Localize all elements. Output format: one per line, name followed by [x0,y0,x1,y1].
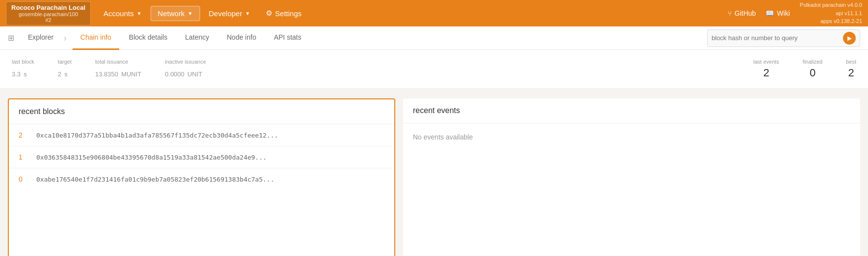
tab-api-stats[interactable]: API stats [266,26,309,50]
best-stat: best 2 [846,59,856,79]
tab-node-info[interactable]: Node info [219,26,264,50]
search-input[interactable] [712,34,839,42]
blocks-list: 2 0xca10e8170d377a51bba4b1ad3afa785567f1… [9,124,394,190]
tab-explorer[interactable]: Explorer [20,26,61,50]
block-number[interactable]: 2 [19,131,28,139]
book-icon: 📖 [766,9,774,17]
tab-block-details[interactable]: Block details [121,26,176,50]
node-info-label: Node info [227,33,256,41]
version-line3: apps v0.138.2-21 [800,17,862,25]
grid-icon[interactable]: ⊞ [8,33,14,43]
total-issuance-number: 13.8350 [95,70,118,78]
accounts-button[interactable]: Accounts ▼ [97,6,149,21]
node-sub: gosemble-parachain/100 [19,11,78,17]
table-row[interactable]: 2 0xca10e8170d377a51bba4b1ad3afa785567f1… [9,124,394,146]
chevron-down-icon: ▼ [188,11,193,16]
version-info: Polkadot parachain v4.0.0 api v11.1.1 ap… [800,1,862,25]
last-block-stat: last block 3.3 s [12,59,34,79]
chevron-down-icon: ▼ [137,11,142,16]
block-hash: 0xabe176540e1f7d231416fa01c9b9eb7a05823e… [36,176,274,183]
inactive-issuance-number: 0.0000 [165,70,184,78]
table-row[interactable]: 1 0x03635848315e906804be43395670d8a1519a… [9,146,394,168]
target-value: 2 s [58,67,68,79]
inactive-issuance-value: 0.0000 UNIT [165,67,202,79]
chevron-down-icon: ▼ [245,11,250,16]
top-nav: Rococo Parachain Local gosemble-parachai… [0,0,868,26]
version-line2: api v11.1.1 [800,9,862,18]
network-label: Network [158,9,185,18]
total-issuance-value: 13.8350 MUNIT [95,67,141,79]
target-unit: s [64,70,68,78]
accounts-label: Accounts [103,9,134,18]
finalized-value: 0 [810,67,816,79]
recent-events-title: recent events [403,98,860,123]
inactive-issuance-stat: inactive issuance 0.0000 UNIT [165,59,206,79]
best-label: best [846,59,856,65]
stats-bar: last block 3.3 s target 2 s total issuan… [0,50,868,89]
last-block-number: 3.3 [12,70,21,78]
network-button[interactable]: Network ▼ [151,6,200,21]
table-row[interactable]: 0 0xabe176540e1f7d231416fa01c9b9eb7a0582… [9,168,394,190]
github-icon: ⑂ [728,9,732,17]
nav-divider: › [63,32,67,44]
target-stat: target 2 s [58,59,72,79]
settings-button[interactable]: ⚙ Settings [259,6,308,21]
block-hash: 0xca10e8170d377a51bba4b1ad3afa785567f135… [36,132,278,139]
finalized-stat: finalized 0 [803,59,822,79]
developer-label: Developer [209,9,242,18]
sub-nav: ⊞ Explorer › Chain info Block details La… [0,26,868,50]
github-label: GitHub [735,9,756,17]
finalized-label: finalized [803,59,822,65]
version-line1: Polkadot parachain v4.0.0 [800,1,862,9]
search-box: ▶ [707,29,860,47]
total-issuance-stat: total issuance 13.8350 MUNIT [95,59,141,79]
last-events-value: 2 [763,67,769,79]
tab-chain-info[interactable]: Chain info [73,26,119,50]
recent-blocks-title: recent blocks [9,99,394,124]
node-selector[interactable]: Rococo Parachain Local gosemble-parachai… [6,1,91,25]
stats-right: last events 2 finalized 0 best 2 [753,59,856,79]
github-link[interactable]: ⑂ GitHub [728,9,756,17]
wiki-label: Wiki [777,9,790,17]
node-id: #2 [45,17,51,23]
block-details-label: Block details [129,33,168,41]
nav-right: ⑂ GitHub 📖 Wiki Polkadot parachain v4.0.… [728,1,862,25]
api-stats-label: API stats [274,33,301,41]
settings-label: Settings [275,9,302,18]
main-content: recent blocks 2 0xca10e8170d377a51bba4b1… [0,89,868,256]
target-label: target [58,59,72,65]
inactive-issuance-unit: UNIT [187,70,202,78]
best-value: 2 [848,67,854,79]
total-issuance-label: total issuance [95,59,128,65]
block-hash: 0x03635848315e906804be43395670d8a1519a33… [36,154,267,161]
last-block-value: 3.3 s [12,67,27,79]
search-button[interactable]: ▶ [843,32,856,45]
tab-latency[interactable]: Latency [177,26,217,50]
total-issuance-unit: MUNIT [121,70,141,78]
last-block-label: last block [12,59,34,65]
chain-info-label: Chain info [80,33,111,41]
explorer-label: Explorer [28,33,53,41]
latency-label: Latency [185,33,209,41]
inactive-issuance-label: inactive issuance [165,59,206,65]
last-events-stat: last events 2 [753,59,779,79]
recent-events-panel: recent events No events available [403,98,860,256]
block-number[interactable]: 0 [19,175,28,183]
target-number: 2 [58,70,61,78]
recent-blocks-panel: recent blocks 2 0xca10e8170d377a51bba4b1… [8,98,395,256]
node-name: Rococo Parachain Local [11,4,85,11]
wiki-link[interactable]: 📖 Wiki [766,9,790,17]
developer-button[interactable]: Developer ▼ [202,6,257,21]
last-block-unit: s [24,70,27,78]
last-events-label: last events [753,59,779,65]
no-events-message: No events available [403,123,860,151]
block-number[interactable]: 1 [19,153,28,161]
gear-icon: ⚙ [266,9,272,18]
